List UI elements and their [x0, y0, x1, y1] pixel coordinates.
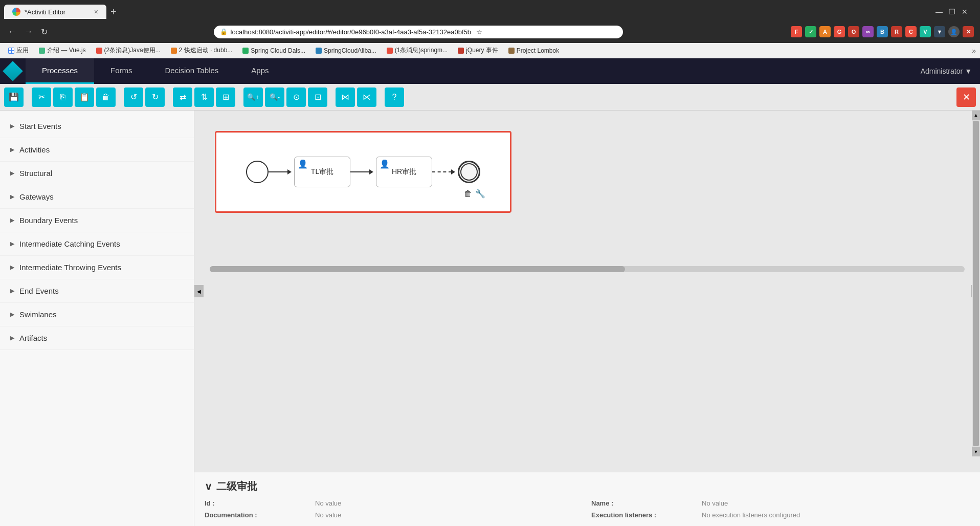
bookmark-java[interactable]: (2条消息)Java使用...: [92, 45, 165, 56]
redo-button[interactable]: ↻: [145, 87, 165, 107]
ext-r[interactable]: R: [891, 26, 902, 37]
save-button[interactable]: 💾: [4, 87, 24, 107]
close-editor-button[interactable]: ✕: [956, 87, 976, 107]
new-tab-button[interactable]: +: [110, 6, 117, 18]
sidebar-item-intermediate-throwing[interactable]: ▶ Intermediate Throwing Events: [0, 256, 194, 279]
reload-button[interactable]: ↻: [39, 25, 50, 39]
address-bar[interactable]: 🔒 localhost:8080/activiti-app/editor/#/e…: [214, 26, 623, 38]
tab-apps[interactable]: Apps: [235, 58, 285, 84]
active-tab[interactable]: *Activiti Editor ×: [4, 5, 106, 19]
back-button[interactable]: ←: [6, 25, 18, 38]
settings-end-node-button[interactable]: 🔧: [475, 189, 485, 199]
task-hr-approve[interactable]: 👤 HR审批: [376, 157, 432, 187]
paste-button[interactable]: 📋: [75, 87, 94, 107]
toggle1-button[interactable]: ⋈: [336, 87, 355, 107]
bookmark-jquery[interactable]: jQuery 事件: [454, 45, 502, 56]
springm-icon: [387, 48, 393, 54]
user-menu[interactable]: Administrator ▼: [921, 58, 980, 84]
start-event-node[interactable]: [246, 161, 269, 183]
ext-abp[interactable]: A: [819, 26, 831, 37]
maximize-button[interactable]: ❐: [949, 8, 955, 16]
h-scrollbar-thumb[interactable]: [210, 266, 625, 272]
sidebar-item-swimlanes[interactable]: ▶ Swimlanes: [0, 303, 194, 326]
ext-user[interactable]: 👤: [948, 26, 960, 37]
bookmark-alibaba[interactable]: SpringCloudAliba...: [311, 46, 381, 55]
sidebar-item-activities[interactable]: ▶ Activities: [0, 138, 194, 162]
minimize-button[interactable]: —: [936, 8, 943, 16]
v-scrollbar[interactable]: ▲ ▼: [972, 111, 980, 456]
properties-table: Id : No value Name : No value Documentat…: [205, 499, 970, 519]
bookmark-alibaba-label: SpringCloudAliba...: [324, 47, 376, 54]
zoom-in-button[interactable]: 🔍+: [243, 87, 263, 107]
copy-button[interactable]: ⎘: [53, 87, 73, 107]
scroll-down-button[interactable]: ▼: [972, 447, 980, 456]
help-button[interactable]: ?: [385, 87, 404, 107]
ext-g[interactable]: G: [834, 26, 845, 37]
sidebar-item-boundary-events[interactable]: ▶ Boundary Events: [0, 209, 194, 232]
bookmark-apps[interactable]: 应用: [4, 45, 33, 56]
undo-button[interactable]: ↺: [124, 87, 143, 107]
sidebar-item-start-events[interactable]: ▶ Start Events: [0, 115, 194, 138]
task-tl-approve[interactable]: 👤 TL审批: [294, 157, 350, 187]
scroll-left-button[interactable]: ◀: [194, 285, 204, 297]
url-text: localhost:8080/activiti-app/editor/#/edi…: [231, 28, 472, 36]
delete-button[interactable]: 🗑: [96, 87, 116, 107]
flow-arrow-2: [350, 169, 376, 174]
properties-chevron[interactable]: ∨: [205, 480, 212, 493]
properties-title: ∨ 二级审批: [205, 479, 970, 493]
canvas-scroll-area[interactable]: 👤 TL审批 👤 HR审批: [194, 111, 980, 472]
zoom-reset-button[interactable]: ⊙: [286, 87, 306, 107]
sidebar-item-end-events[interactable]: ▶ End Events: [0, 279, 194, 303]
end-event-node[interactable]: [458, 161, 480, 183]
ext-c[interactable]: C: [905, 26, 917, 37]
bookmark-dubbo[interactable]: 2 快速启动 · dubb...: [167, 45, 237, 56]
tab-decision-tables[interactable]: Decision Tables: [149, 58, 235, 84]
ext-o[interactable]: O: [848, 26, 859, 37]
apps-grid-icon: [8, 48, 14, 54]
spring-icon: [242, 48, 249, 54]
browser-chrome: *Activiti Editor × + — ❐ ✕ ← → ↻ 🔒 local…: [0, 0, 980, 43]
delete-end-node-button[interactable]: 🗑: [464, 189, 472, 199]
tab-close-btn[interactable]: ×: [94, 8, 98, 16]
tab-favicon: [12, 8, 20, 16]
zoom-out-button[interactable]: 🔍-: [265, 87, 284, 107]
app-header: Processes Forms Decision Tables Apps Adm…: [0, 58, 980, 84]
tab-processes[interactable]: Processes: [26, 58, 94, 84]
ext-p[interactable]: ∞: [862, 26, 874, 37]
bookmark-springm[interactable]: (1条消息)springm...: [383, 45, 452, 56]
flow-arrow-3: [432, 169, 458, 174]
sidebar-item-structural[interactable]: ▶ Structural: [0, 162, 194, 185]
bookmark-spring-label: Spring Cloud Dals...: [251, 47, 305, 54]
h-align-button[interactable]: ⇄: [173, 87, 192, 107]
selection-button[interactable]: ⊞: [216, 87, 235, 107]
ext-b[interactable]: B: [877, 26, 888, 37]
address-bar-row: ← → ↻ 🔒 localhost:8080/activiti-app/edit…: [0, 20, 980, 43]
bookmark-vue[interactable]: 介绍 — Vue.js: [35, 45, 90, 56]
h-scrollbar[interactable]: [210, 266, 965, 272]
tab-forms[interactable]: Forms: [94, 58, 149, 84]
ext-check[interactable]: ✓: [805, 26, 816, 37]
ext-fe[interactable]: F: [791, 26, 802, 37]
ext-v[interactable]: V: [920, 26, 931, 37]
main-layout: ▶ Start Events ▶ Activities ▶ Structural…: [0, 111, 980, 526]
sidebar-item-intermediate-catching[interactable]: ▶ Intermediate Catching Events: [0, 232, 194, 256]
fit-button[interactable]: ⊡: [308, 87, 327, 107]
bookmark-spring-cloud[interactable]: Spring Cloud Dals...: [238, 46, 309, 55]
bookmark-lombok[interactable]: Project Lombok: [504, 46, 563, 55]
documentation-value: No value: [315, 511, 583, 519]
toggle2-button[interactable]: ⋉: [357, 87, 376, 107]
ext-d[interactable]: ▼: [934, 26, 945, 37]
scroll-up-button[interactable]: ▲: [972, 111, 980, 120]
sidebar-item-artifacts[interactable]: ▶ Artifacts: [0, 326, 194, 350]
cut-button[interactable]: ✂: [32, 87, 51, 107]
forward-button[interactable]: →: [23, 25, 35, 38]
ext-x[interactable]: ✕: [963, 26, 974, 37]
more-bookmarks-button[interactable]: »: [972, 47, 976, 55]
task2-label: HR审批: [392, 167, 416, 177]
v-align-button[interactable]: ⇅: [194, 87, 214, 107]
bookmark-icon[interactable]: ☆: [476, 28, 482, 36]
bookmarks-bar: 应用 介绍 — Vue.js (2条消息)Java使用... 2 快速启动 · …: [0, 43, 980, 58]
close-window-button[interactable]: ✕: [962, 8, 968, 16]
sidebar-item-gateways[interactable]: ▶ Gateways: [0, 185, 194, 209]
v-scrollbar-thumb[interactable]: [973, 121, 979, 446]
